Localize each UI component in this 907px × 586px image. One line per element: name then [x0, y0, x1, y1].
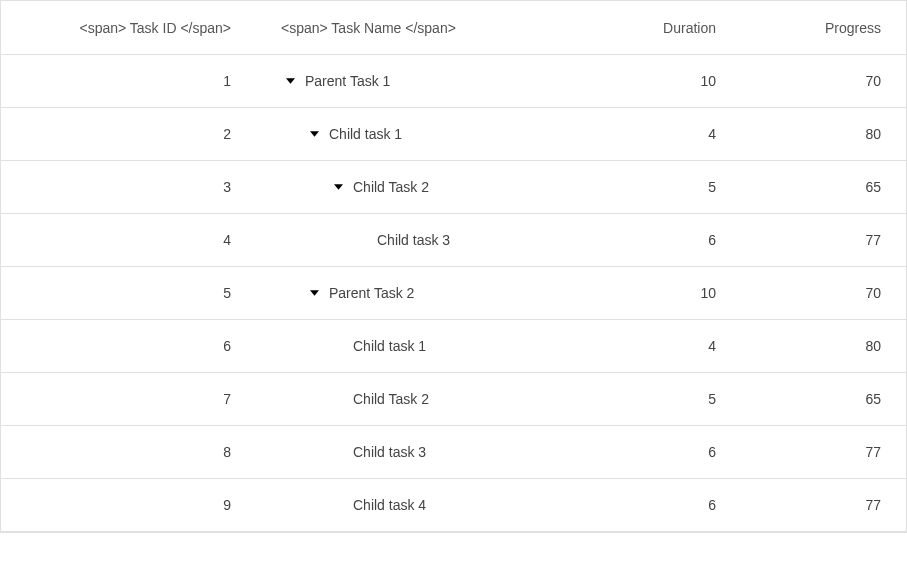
table-row[interactable]: 7Child Task 2565 [1, 373, 906, 426]
cell-duration: 4 [571, 338, 746, 354]
cell-task-name: Child task 3 [261, 232, 571, 248]
cell-duration: 5 [571, 391, 746, 407]
table-row[interactable]: 5Parent Task 21070 [1, 267, 906, 320]
header-duration[interactable]: Duration [571, 20, 746, 36]
cell-task-id: 4 [1, 232, 261, 248]
task-name-text: Child task 3 [353, 444, 426, 460]
task-name-text: Child Task 2 [353, 391, 429, 407]
table-row[interactable]: 9Child task 4677 [1, 479, 906, 532]
table-row[interactable]: 1Parent Task 11070 [1, 55, 906, 108]
rows-container: 1Parent Task 110702Child task 14803Child… [1, 55, 906, 532]
cell-progress: 80 [746, 126, 906, 142]
cell-task-name: Child task 1 [261, 125, 571, 143]
cell-task-name: Parent Task 2 [261, 284, 571, 302]
cell-duration: 4 [571, 126, 746, 142]
table-row[interactable]: 3Child Task 2565 [1, 161, 906, 214]
table-row[interactable]: 2Child task 1480 [1, 108, 906, 161]
task-name-text: Child task 1 [329, 126, 402, 142]
task-name-text: Parent Task 2 [329, 285, 414, 301]
caret-down-icon[interactable] [329, 178, 347, 196]
cell-task-name: Child task 4 [261, 497, 571, 513]
cell-task-name: Parent Task 1 [261, 72, 571, 90]
cell-progress: 77 [746, 232, 906, 248]
task-name-text: Child task 4 [353, 497, 426, 513]
task-name-text: Child task 3 [377, 232, 450, 248]
cell-task-id: 1 [1, 73, 261, 89]
caret-down-icon[interactable] [305, 125, 323, 143]
task-name-text: Parent Task 1 [305, 73, 390, 89]
cell-task-id: 3 [1, 179, 261, 195]
cell-task-id: 9 [1, 497, 261, 513]
cell-task-id: 5 [1, 285, 261, 301]
caret-down-icon[interactable] [305, 284, 323, 302]
cell-duration: 10 [571, 285, 746, 301]
cell-progress: 65 [746, 179, 906, 195]
cell-duration: 6 [571, 497, 746, 513]
task-name-text: Child Task 2 [353, 179, 429, 195]
header-task-id[interactable]: <span> Task ID </span> [1, 20, 261, 36]
task-name-text: Child task 1 [353, 338, 426, 354]
cell-progress: 70 [746, 73, 906, 89]
cell-task-id: 2 [1, 126, 261, 142]
header-row: <span> Task ID </span> <span> Task Name … [1, 1, 906, 55]
table-row[interactable]: 8Child task 3677 [1, 426, 906, 479]
tree-grid: <span> Task ID </span> <span> Task Name … [0, 0, 907, 533]
cell-progress: 70 [746, 285, 906, 301]
table-row[interactable]: 4Child task 3677 [1, 214, 906, 267]
cell-task-id: 6 [1, 338, 261, 354]
table-row[interactable]: 6Child task 1480 [1, 320, 906, 373]
cell-task-id: 8 [1, 444, 261, 460]
caret-down-icon[interactable] [281, 72, 299, 90]
cell-progress: 80 [746, 338, 906, 354]
cell-duration: 10 [571, 73, 746, 89]
cell-task-name: Child task 3 [261, 444, 571, 460]
cell-task-name: Child Task 2 [261, 391, 571, 407]
cell-duration: 5 [571, 179, 746, 195]
cell-task-name: Child Task 2 [261, 178, 571, 196]
header-task-name[interactable]: <span> Task Name </span> [261, 20, 571, 36]
cell-task-name: Child task 1 [261, 338, 571, 354]
cell-duration: 6 [571, 444, 746, 460]
cell-task-id: 7 [1, 391, 261, 407]
cell-duration: 6 [571, 232, 746, 248]
cell-progress: 65 [746, 391, 906, 407]
header-progress[interactable]: Progress [746, 20, 906, 36]
cell-progress: 77 [746, 444, 906, 460]
cell-progress: 77 [746, 497, 906, 513]
